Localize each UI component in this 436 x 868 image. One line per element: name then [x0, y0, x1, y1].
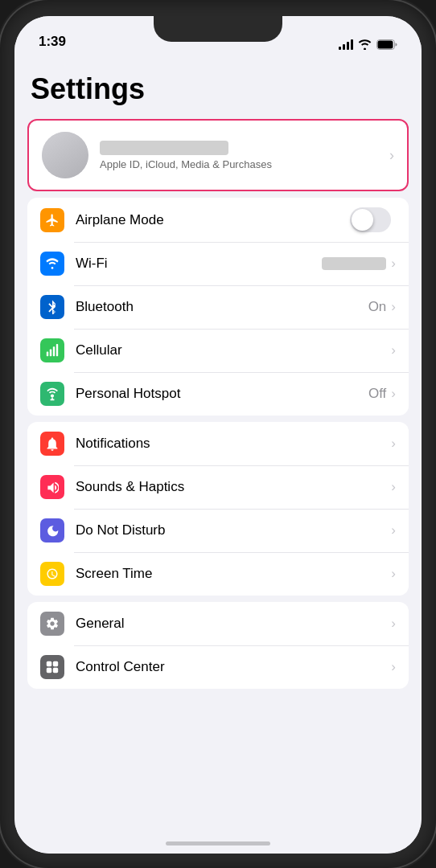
wifi-chevron: › — [391, 256, 396, 272]
svg-rect-10 — [53, 661, 58, 666]
phone-screen: 1:39 — [14, 16, 422, 854]
control-center-chevron: › — [391, 659, 396, 675]
apple-id-info: Apple ID, iCloud, Media & Purchases — [100, 141, 389, 170]
svg-rect-5 — [56, 344, 58, 356]
screen-time-label: Screen Time — [76, 566, 391, 582]
svg-rect-1 — [378, 40, 393, 48]
bluetooth-row[interactable]: Bluetooth On › — [27, 285, 409, 329]
svg-rect-3 — [50, 349, 51, 356]
sounds-label: Sounds & Haptics — [76, 479, 391, 495]
cellular-chevron: › — [391, 342, 396, 358]
wifi-icon — [40, 252, 64, 276]
dnd-row[interactable]: Do Not Disturb › — [27, 509, 409, 552]
bluetooth-chevron: › — [391, 299, 396, 315]
phone-frame: 1:39 — [0, 0, 436, 868]
battery-status-icon — [376, 39, 397, 50]
wifi-status-icon — [358, 39, 372, 50]
apple-id-chevron: › — [389, 147, 394, 164]
airplane-mode-label: Airplane Mode — [76, 212, 350, 228]
bluetooth-label: Bluetooth — [76, 299, 368, 315]
wifi-label: Wi-Fi — [76, 256, 322, 272]
wifi-network-name-blurred — [322, 257, 386, 270]
apple-id-row[interactable]: Apple ID, iCloud, Media & Purchases › — [27, 119, 409, 191]
cellular-label: Cellular — [76, 342, 391, 358]
settings-content: Settings Apple ID, iCloud, Media & Purch… — [14, 56, 422, 854]
apple-id-subtitle: Apple ID, iCloud, Media & Purchases — [100, 158, 389, 170]
cellular-icon — [40, 338, 64, 362]
svg-rect-11 — [47, 668, 51, 673]
control-center-icon — [40, 655, 64, 679]
sounds-icon — [40, 475, 64, 499]
airplane-mode-toggle[interactable] — [350, 207, 391, 232]
status-icons — [339, 39, 397, 50]
sounds-row[interactable]: Sounds & Haptics › — [27, 465, 409, 509]
dnd-label: Do Not Disturb — [76, 522, 391, 538]
svg-point-6 — [51, 394, 54, 397]
airplane-mode-row[interactable]: Airplane Mode — [27, 198, 409, 242]
sounds-chevron: › — [391, 479, 396, 495]
control-center-row[interactable]: Control Center › — [27, 645, 409, 689]
signal-icon — [339, 39, 353, 50]
page-title: Settings — [14, 56, 422, 119]
apple-id-name-blurred — [100, 141, 228, 155]
hotspot-icon — [40, 382, 64, 406]
notifications-icon — [40, 432, 64, 456]
airplane-mode-icon — [40, 208, 64, 232]
hotspot-chevron: › — [391, 386, 396, 402]
notifications-label: Notifications — [76, 436, 391, 452]
screen-time-icon — [40, 562, 64, 586]
bluetooth-value: On — [368, 299, 387, 315]
general-group: General › Control Center › — [27, 602, 409, 689]
cellular-row[interactable]: Cellular › — [27, 329, 409, 372]
notifications-chevron: › — [391, 436, 396, 452]
home-indicator[interactable] — [166, 841, 270, 845]
notch — [154, 16, 282, 42]
screen-time-row[interactable]: Screen Time › — [27, 552, 409, 596]
svg-rect-9 — [47, 661, 51, 666]
bluetooth-icon — [40, 295, 64, 319]
dnd-icon — [40, 518, 64, 542]
wifi-row[interactable]: Wi-Fi › — [27, 242, 409, 285]
svg-rect-2 — [47, 352, 48, 357]
general-chevron: › — [391, 616, 396, 632]
svg-rect-12 — [53, 668, 58, 673]
notifications-row[interactable]: Notifications › — [27, 422, 409, 465]
hotspot-label: Personal Hotspot — [76, 386, 368, 402]
connectivity-group: Airplane Mode Wi-Fi — [27, 198, 409, 416]
hotspot-value: Off — [368, 386, 386, 402]
hotspot-row[interactable]: Personal Hotspot Off › — [27, 372, 409, 416]
avatar — [42, 132, 88, 178]
toggle-knob — [352, 209, 373, 231]
dnd-chevron: › — [391, 522, 396, 538]
general-row[interactable]: General › — [27, 602, 409, 645]
general-icon — [40, 612, 64, 636]
general-label: General — [76, 616, 391, 632]
notifications-group: Notifications › Sounds & Haptics › — [27, 422, 409, 596]
status-time: 1:39 — [39, 34, 66, 50]
control-center-label: Control Center — [76, 659, 391, 675]
svg-rect-4 — [53, 346, 55, 356]
screen-time-chevron: › — [391, 566, 396, 582]
